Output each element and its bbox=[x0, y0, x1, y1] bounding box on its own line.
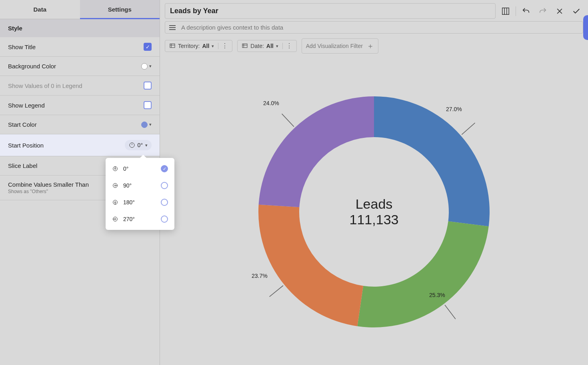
setting-show-legend-label: Show Legend bbox=[8, 102, 45, 109]
checkbox-show-legend[interactable] bbox=[144, 101, 152, 109]
topbar bbox=[160, 0, 588, 19]
filter-territory-value: All bbox=[202, 43, 209, 49]
setting-show-zero-values: Show Values of 0 in Legend bbox=[0, 76, 160, 96]
chart-center-label: Leads bbox=[350, 196, 399, 212]
description-input[interactable] bbox=[181, 24, 579, 31]
radio-unselected-icon bbox=[161, 182, 168, 189]
plus-icon: ＋ bbox=[367, 41, 374, 51]
svg-point-8 bbox=[114, 201, 116, 203]
dropdown-option-0-label: 0° bbox=[123, 166, 128, 172]
dropdown-option-270[interactable]: 270° bbox=[106, 211, 174, 227]
svg-line-22 bbox=[270, 285, 283, 297]
radio-unselected-icon bbox=[161, 215, 168, 223]
dropdown-option-270-label: 270° bbox=[123, 216, 135, 222]
background-color-swatch bbox=[141, 63, 148, 70]
svg-line-23 bbox=[282, 114, 294, 126]
start-position-control[interactable]: 0° ▾ bbox=[125, 140, 152, 150]
start-color-control[interactable]: ▾ bbox=[141, 122, 152, 128]
setting-start-color[interactable]: Start Color ▾ bbox=[0, 115, 160, 134]
compass-icon bbox=[129, 142, 135, 148]
main-panel: Territory: All ▾ ⋮ Date: All ▾ ⋮ Add Vis… bbox=[160, 0, 588, 365]
svg-line-20 bbox=[462, 123, 475, 134]
dropdown-option-180[interactable]: 180° bbox=[106, 194, 174, 211]
chart-center-text: Leads 111,133 bbox=[350, 196, 399, 227]
filter-territory-more[interactable]: ⋮ bbox=[218, 43, 228, 49]
slice-label-1: 27.0% bbox=[446, 106, 462, 112]
add-visualization-filter[interactable]: Add Visualization Filter ＋ bbox=[302, 38, 378, 54]
rotation-0-icon bbox=[112, 166, 118, 172]
svg-point-2 bbox=[114, 168, 116, 169]
checkbox-show-zero[interactable] bbox=[144, 82, 152, 90]
donut-chart: Leads 111,133 27.0% 25.3% 23.7% 24.0% bbox=[238, 76, 510, 348]
side-drawer-handle[interactable] bbox=[583, 15, 588, 40]
close-button[interactable] bbox=[553, 4, 566, 18]
dropdown-option-90[interactable]: 90° bbox=[106, 177, 174, 194]
setting-show-title[interactable]: Show Title ✓ bbox=[0, 37, 160, 57]
filter-date[interactable]: Date: All ▾ ⋮ bbox=[237, 40, 296, 52]
radio-selected-icon: ✓ bbox=[161, 165, 168, 172]
dropdown-option-180-label: 180° bbox=[123, 199, 135, 205]
filter-date-label: Date: bbox=[250, 43, 264, 49]
filter-date-more[interactable]: ⋮ bbox=[282, 43, 292, 49]
confirm-button[interactable] bbox=[570, 4, 583, 18]
filter-territory[interactable]: Territory: All ▾ ⋮ bbox=[165, 40, 232, 52]
rotation-270-icon bbox=[112, 216, 118, 222]
setting-start-position[interactable]: Start Position 0° ▾ bbox=[0, 134, 160, 156]
setting-start-position-label: Start Position bbox=[8, 142, 44, 149]
radio-unselected-icon bbox=[161, 199, 168, 206]
settings-sidebar: Data Settings Style Show Title ✓ Backgro… bbox=[0, 0, 160, 365]
grid-icon[interactable] bbox=[499, 4, 512, 18]
slice-label-4: 24.0% bbox=[263, 100, 279, 106]
chevron-down-icon: ▾ bbox=[212, 44, 214, 49]
start-position-value: 0° bbox=[138, 142, 143, 148]
visualization-title-input[interactable] bbox=[165, 3, 496, 19]
undo-button[interactable] bbox=[519, 4, 533, 18]
redo-button[interactable] bbox=[536, 4, 550, 18]
setting-background-color-label: Background Color bbox=[8, 63, 56, 70]
filter-territory-label: Territory: bbox=[178, 43, 200, 49]
chevron-down-icon: ▾ bbox=[149, 64, 152, 69]
slice-label-2: 25.3% bbox=[429, 292, 445, 298]
setting-start-color-label: Start Color bbox=[8, 121, 37, 128]
setting-slice-label-label: Slice Label bbox=[8, 162, 37, 169]
filter-icon bbox=[169, 43, 176, 49]
svg-rect-19 bbox=[242, 44, 247, 48]
tab-settings[interactable]: Settings bbox=[80, 0, 160, 19]
chart-center-value: 111,133 bbox=[350, 212, 399, 227]
chevron-down-icon: ▾ bbox=[149, 122, 152, 127]
setting-combine-label: Combine Values Smaller Than bbox=[8, 181, 89, 188]
description-icon bbox=[169, 27, 177, 28]
chart-area: Leads 111,133 27.0% 25.3% 23.7% 24.0% bbox=[160, 58, 588, 365]
filter-date-value: All bbox=[266, 43, 274, 49]
start-color-swatch bbox=[141, 122, 148, 128]
checkbox-show-title[interactable]: ✓ bbox=[144, 43, 152, 51]
slice-label-3: 23.7% bbox=[252, 273, 268, 279]
setting-combine-sub: Shows as "Others" bbox=[8, 189, 89, 194]
rotation-90-icon bbox=[112, 182, 118, 189]
svg-point-5 bbox=[114, 185, 116, 186]
section-style-header: Style bbox=[0, 19, 160, 37]
svg-rect-13 bbox=[502, 8, 509, 14]
background-color-control[interactable]: ▾ bbox=[141, 63, 152, 70]
svg-point-11 bbox=[114, 218, 116, 219]
setting-show-zero-label: Show Values of 0 in Legend bbox=[8, 82, 82, 89]
filter-icon bbox=[242, 43, 248, 49]
setting-show-title-label: Show Title bbox=[8, 44, 36, 50]
sidebar-tabs: Data Settings bbox=[0, 0, 160, 19]
setting-background-color[interactable]: Background Color ▾ bbox=[0, 57, 160, 76]
rotation-180-icon bbox=[112, 199, 118, 205]
svg-rect-18 bbox=[170, 44, 175, 48]
svg-line-21 bbox=[445, 305, 456, 319]
chevron-down-icon: ▾ bbox=[145, 143, 148, 148]
tab-data[interactable]: Data bbox=[0, 0, 80, 19]
chevron-down-icon: ▾ bbox=[276, 44, 278, 49]
start-position-dropdown: 0° ✓ 90° 180° 270° bbox=[106, 158, 174, 230]
setting-show-legend[interactable]: Show Legend bbox=[0, 96, 160, 115]
filter-bar: Territory: All ▾ ⋮ Date: All ▾ ⋮ Add Vis… bbox=[160, 34, 588, 58]
add-filter-label: Add Visualization Filter bbox=[306, 43, 363, 49]
dropdown-option-0[interactable]: 0° ✓ bbox=[106, 160, 174, 177]
divider bbox=[516, 6, 516, 16]
dropdown-option-90-label: 90° bbox=[123, 182, 132, 189]
description-bar[interactable] bbox=[165, 21, 583, 34]
